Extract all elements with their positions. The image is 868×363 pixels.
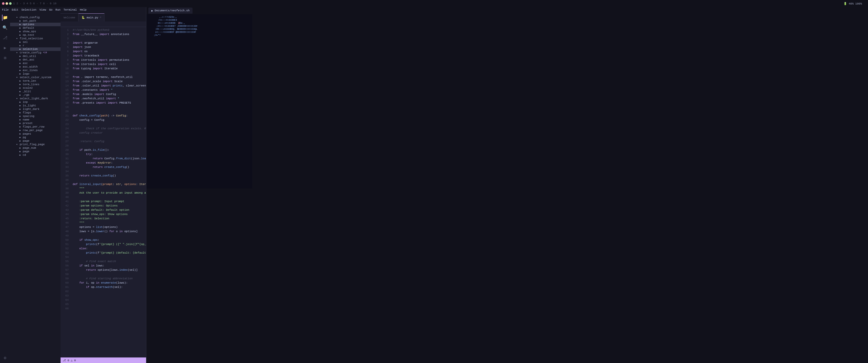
tree-item-show-ops[interactable]: ◈ show_ops bbox=[10, 30, 61, 33]
maximize-dot[interactable] bbox=[9, 2, 11, 5]
tab-main-py[interactable]: 🐍 main.py × bbox=[79, 13, 104, 22]
tree-item-inp[interactable]: ◈ inp bbox=[10, 100, 61, 104]
menu-file[interactable]: File bbox=[2, 8, 8, 11]
line-numbers: 12345 678910 1112131415 1617181920 21222… bbox=[61, 27, 71, 358]
extensions-icon[interactable]: ⊞ bbox=[2, 55, 8, 61]
tree-label: create_config bbox=[20, 51, 41, 54]
tree-item-op-text[interactable]: ◈ op_text bbox=[10, 33, 61, 37]
tree-item-term-len[interactable]: ◈ term_len bbox=[10, 79, 61, 83]
menu-edit[interactable]: Edit bbox=[11, 8, 18, 11]
property-icon: ◈ bbox=[18, 154, 22, 157]
tree-item-page-num[interactable]: ◈ page_num bbox=[10, 146, 61, 150]
property-icon: ◈ bbox=[18, 41, 22, 44]
run-debug-icon[interactable]: ▶ bbox=[2, 45, 8, 51]
property-icon: ◈ bbox=[18, 115, 22, 118]
tree-item-name[interactable]: ◈ name bbox=[10, 118, 61, 122]
tree-label: check_config bbox=[20, 16, 40, 19]
tree-item-scale2[interactable]: ◈ scale2 bbox=[10, 86, 61, 90]
tree-item-sel[interactable]: ◈ sel bbox=[10, 40, 61, 44]
source-control-icon[interactable]: ⎇ bbox=[2, 35, 8, 41]
chevron-down-icon: ▾ bbox=[15, 143, 19, 146]
tree-item-term-lines[interactable]: ◈ term_lines bbox=[10, 83, 61, 86]
tree-item-preset[interactable]: ◈ preset bbox=[10, 122, 61, 125]
chevron-down-icon: ▾ bbox=[15, 51, 19, 54]
tree-item-page2[interactable]: ◈ page bbox=[10, 150, 61, 153]
tree-label: pages bbox=[23, 132, 31, 135]
menu-go[interactable]: Go bbox=[49, 8, 53, 11]
property-icon: ◈ bbox=[18, 44, 22, 47]
top-bar-right: 🔋 40% 100% bbox=[843, 2, 866, 5]
property-icon: ◈ bbox=[18, 23, 22, 26]
tree-item-flags[interactable]: ◈ flags bbox=[10, 111, 61, 114]
property-icon: ◈ bbox=[18, 129, 22, 132]
tab-label: Documents/neofetch.sh bbox=[155, 9, 190, 12]
tree-item-flags-per-row[interactable]: ◈ flags_per_row bbox=[10, 125, 61, 129]
tree-label: flags bbox=[23, 111, 31, 114]
property-icon: ◈ bbox=[18, 150, 22, 153]
tree-item-select-color-system[interactable]: ▾ select_color_system bbox=[10, 76, 61, 79]
close-dot[interactable] bbox=[2, 2, 4, 5]
tab-close-icon[interactable]: × bbox=[100, 16, 101, 19]
minimize-dot[interactable] bbox=[5, 2, 8, 5]
menu-help[interactable]: Help bbox=[80, 8, 86, 11]
tree-item-asc[interactable]: ◈ asc bbox=[10, 62, 61, 65]
tab-bar: Welcome 🐍 main.py × bbox=[61, 12, 146, 22]
chevron-down-icon: ▾ bbox=[15, 16, 19, 19]
tree-label: preset bbox=[23, 122, 33, 125]
search-icon[interactable]: 🔍 bbox=[2, 25, 8, 31]
tree-item-logo[interactable]: ◈ logo bbox=[10, 72, 61, 76]
tree-item-cd[interactable]: ◈ cd bbox=[10, 153, 61, 157]
property-icon: ◈ bbox=[18, 136, 22, 139]
tree-label: print_flag_page bbox=[20, 143, 45, 146]
tree-item-light-dark[interactable]: ◈ light_dark bbox=[10, 107, 61, 111]
tree-item-find-selection[interactable]: ▾ find_selection bbox=[10, 37, 61, 40]
tree-label: _blit bbox=[23, 90, 31, 93]
tree-item-blit[interactable]: ◈ _blit bbox=[10, 90, 61, 93]
tree-item-del-util[interactable]: ◈ del_util bbox=[10, 55, 61, 58]
tree-item-create-config[interactable]: ▾ create_config +19 bbox=[10, 51, 61, 55]
tree-label: name bbox=[23, 118, 29, 121]
tree-item-print-flag-page[interactable]: ▾ print_flag_page bbox=[10, 143, 61, 146]
tree-item-set-path[interactable]: ◈ set_path bbox=[10, 19, 61, 23]
code-content[interactable]: #!/usr/bin/env python3 from __future__ i… bbox=[71, 27, 146, 358]
tree-label: show_ops bbox=[23, 30, 36, 33]
tree-item-asc-width[interactable]: ◈ asc_width bbox=[10, 65, 61, 69]
property-icon: ◈ bbox=[18, 30, 22, 33]
menu-run[interactable]: Run bbox=[56, 8, 61, 11]
tab-documents-neofetch[interactable]: ▶ Documents/neofetch.sh bbox=[148, 7, 192, 13]
panel-neofetch: ,.=:!!t3Z3z., :tt:::tt333EE3 Et:::ztt33E… bbox=[146, 14, 252, 189]
code-editor[interactable]: 12345 678910 1112131415 1617181920 21222… bbox=[61, 27, 146, 358]
tree-label: sel bbox=[23, 41, 28, 44]
tree-item-asc-lines[interactable]: ◈ asc_lines bbox=[10, 69, 61, 72]
tree-label: cd bbox=[23, 154, 26, 157]
tree-item-pages[interactable]: ◈ pages bbox=[10, 132, 61, 136]
tree-label: pg bbox=[23, 136, 26, 139]
tree-item-rgb[interactable]: ◈ _rgb bbox=[10, 93, 61, 97]
tree-item-selection[interactable]: ◈ selection bbox=[10, 47, 61, 51]
tree-item-row-per-page[interactable]: ◈ row_per_page bbox=[10, 129, 61, 132]
explorer-icon[interactable]: 📁 bbox=[2, 14, 8, 21]
menu-selection[interactable]: Selection bbox=[22, 8, 36, 11]
property-icon: ◈ bbox=[18, 108, 22, 111]
tree-item-is-light[interactable]: ◈ is_light bbox=[10, 104, 61, 107]
settings-icon[interactable]: ⚙ bbox=[2, 355, 8, 361]
tree-item-spacing[interactable]: ◈ spacing bbox=[10, 114, 61, 118]
tree-label: find_selection bbox=[20, 37, 43, 40]
tree-item-default[interactable]: ◈ default bbox=[10, 26, 61, 30]
chevron-down-icon: ▾ bbox=[15, 37, 19, 40]
tab-welcome[interactable]: Welcome bbox=[61, 13, 79, 22]
menu-view[interactable]: View bbox=[39, 8, 46, 11]
tree-item-check-config[interactable]: ▾ check_config bbox=[10, 15, 61, 19]
activity-bar: 📁 🔍 ⎇ ▶ ⊞ ⚙ bbox=[0, 12, 10, 363]
tree-item-pg[interactable]: ◈ pg bbox=[10, 136, 61, 139]
tree-item-det-asc[interactable]: ◈ det_asc bbox=[10, 58, 61, 62]
property-icon: ◈ bbox=[18, 125, 22, 128]
tree-item-select-light-dark[interactable]: ▾ select_light_dark bbox=[10, 97, 61, 100]
menu-terminal[interactable]: Terminal bbox=[64, 8, 77, 11]
tree-item-r[interactable]: ◈ r bbox=[10, 44, 61, 47]
tree-item-page[interactable]: ◈ page bbox=[10, 139, 61, 143]
tree-item-options[interactable]: ◈ options bbox=[10, 23, 61, 26]
tree-label: term_lines bbox=[23, 83, 39, 86]
tree-label: is_light bbox=[23, 104, 36, 107]
tree-label: options bbox=[23, 23, 34, 26]
